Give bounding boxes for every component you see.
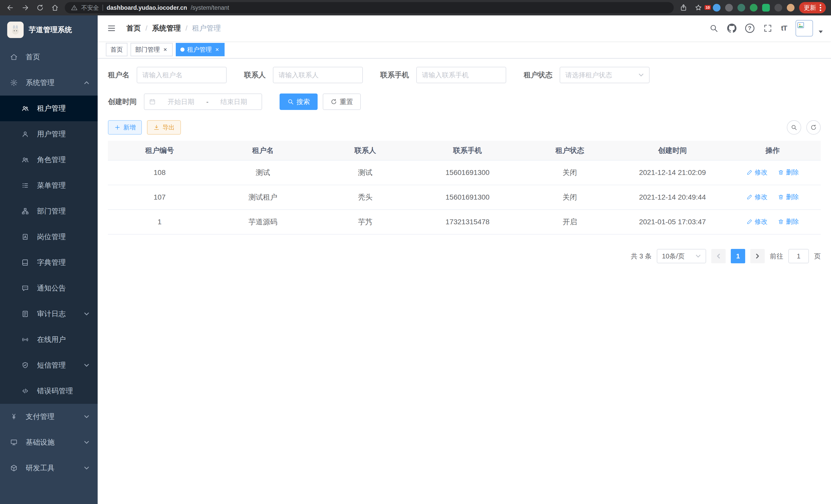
dictionary-icon (20, 259, 31, 266)
edit-button[interactable]: 修改 (746, 192, 768, 201)
app-title: 芋道管理系统 (29, 25, 72, 35)
phone-input[interactable] (416, 67, 506, 83)
menu-list-icon (20, 182, 31, 189)
add-button[interactable]: 新增 (108, 120, 142, 135)
forward-icon[interactable] (20, 3, 30, 13)
active-dot (180, 48, 184, 52)
sidebar-item-dictionary[interactable]: 字典管理 (0, 250, 98, 275)
phone-field[interactable] (422, 71, 500, 79)
app-root: 芋道管理系统 首页 系统管理 租户管理 (0, 16, 831, 504)
tag-departments[interactable]: 部门管理 × (131, 43, 173, 56)
col-header-status: 租户状态 (519, 141, 621, 160)
sidebar-item-online-users[interactable]: 在线用户 (0, 327, 98, 352)
search-button[interactable]: 搜索 (280, 93, 318, 110)
address-bar[interactable]: 不安全 dashboard.yudao.iocoder.cn/system/te… (65, 2, 674, 13)
profile-avatar-icon[interactable] (787, 4, 795, 11)
contact-field[interactable] (279, 71, 357, 79)
delete-button[interactable]: 删除 (778, 217, 799, 226)
export-button[interactable]: 导出 (147, 120, 181, 135)
col-header-contact: 联系人 (315, 141, 416, 160)
extension-icon-green-square[interactable] (762, 4, 770, 11)
edit-button[interactable]: 修改 (746, 217, 768, 226)
sidebar-item-system[interactable]: 系统管理 (0, 70, 98, 95)
sidebar-item-label: 错误码管理 (37, 386, 73, 396)
security-label[interactable]: 不安全 (81, 4, 99, 12)
update-button[interactable]: 更新 (799, 2, 826, 13)
font-size-icon[interactable]: tT (781, 24, 787, 32)
browser-menu-dots-icon[interactable] (820, 4, 821, 11)
help-icon[interactable]: ? (745, 24, 754, 33)
tenant-name-input[interactable] (137, 67, 227, 83)
reset-button[interactable]: 重置 (323, 93, 361, 110)
breadcrumb-system[interactable]: 系统管理 (152, 23, 181, 33)
tag-home[interactable]: 首页 (106, 43, 127, 56)
date-separator: - (206, 98, 209, 106)
refresh-icon[interactable] (806, 120, 821, 135)
sidebar-item-infrastructure[interactable]: 基础设施 (0, 429, 98, 455)
sidebar-item-home[interactable]: 首页 (0, 44, 98, 70)
avatar[interactable] (796, 20, 813, 36)
home-nav-icon[interactable] (50, 3, 60, 13)
sidebar-item-posts[interactable]: 岗位管理 (0, 224, 98, 250)
sidebar-item-menus[interactable]: 菜单管理 (0, 173, 98, 198)
extension-icon-darkgreen[interactable] (738, 4, 745, 11)
breadcrumb-home[interactable]: 首页 (126, 23, 141, 33)
contact-input[interactable] (273, 67, 363, 83)
address-divider (103, 5, 103, 11)
next-page-button[interactable] (750, 249, 765, 263)
github-icon[interactable] (727, 24, 737, 33)
extension-icon-green-circle[interactable] (750, 4, 757, 11)
collapse-sidebar-icon[interactable] (106, 23, 117, 34)
sidebar-item-payment[interactable]: 支付管理 (0, 404, 98, 429)
toggle-search-icon[interactable] (787, 120, 801, 135)
fullscreen-icon[interactable] (763, 24, 772, 33)
sidebar: 芋道管理系统 首页 系统管理 租户管理 (0, 16, 98, 504)
share-icon[interactable] (678, 3, 689, 13)
sidebar-item-departments[interactable]: 部门管理 (0, 198, 98, 224)
status-select[interactable]: 请选择租户状态 (560, 67, 650, 83)
sidebar-item-notices[interactable]: 通知公告 (0, 275, 98, 301)
system-submenu: 租户管理 用户管理 角色管理 菜单管理 (0, 95, 98, 404)
sidebar-item-tenant[interactable]: 租户管理 (0, 95, 98, 121)
tag-label: 首页 (111, 46, 123, 54)
page-size-select[interactable]: 10条/页 (657, 249, 706, 263)
search-icon[interactable] (709, 24, 718, 33)
sidebar-item-dev-tools[interactable]: 研发工具 (0, 455, 98, 481)
sidebar-item-audit-log[interactable]: 审计日志 (0, 301, 98, 327)
edit-button[interactable]: 修改 (746, 168, 768, 176)
chevron-down-icon (638, 72, 644, 78)
sidebar-item-roles[interactable]: 角色管理 (0, 147, 98, 173)
tenant-name-field[interactable] (142, 71, 221, 79)
back-icon[interactable] (5, 3, 16, 13)
app-logo-row[interactable]: 芋道管理系统 (0, 16, 98, 44)
bookmark-star-icon[interactable] (693, 3, 704, 13)
status-placeholder: 请选择租户状态 (565, 71, 612, 80)
extensions-puzzle-icon[interactable] (774, 4, 782, 11)
chevron-up-icon (84, 80, 89, 86)
status-label: 租户状态 (524, 70, 552, 80)
sidebar-item-error-codes[interactable]: 错误码管理 (0, 378, 98, 404)
goto-page-input[interactable] (789, 249, 809, 263)
delete-label: 删除 (786, 217, 799, 226)
delete-button[interactable]: 删除 (778, 168, 799, 176)
date-range-picker[interactable]: 开始日期 - 结束日期 (144, 93, 262, 110)
reload-icon[interactable] (35, 3, 45, 13)
extension-icon-blue[interactable] (713, 4, 720, 11)
page-number-current[interactable]: 1 (731, 249, 745, 263)
update-label: 更新 (804, 4, 816, 12)
tenant-users-icon (20, 105, 31, 112)
home-icon (8, 53, 20, 61)
close-icon[interactable]: × (163, 46, 168, 53)
delete-button[interactable]: 删除 (778, 192, 799, 201)
prev-page-button[interactable] (711, 249, 726, 263)
chevron-down-icon (695, 253, 701, 259)
close-icon[interactable]: × (214, 46, 220, 53)
extension-icon-gray[interactable] (725, 4, 733, 11)
sidebar-item-label: 部门管理 (37, 206, 66, 216)
sidebar-item-label: 审计日志 (37, 309, 66, 319)
sidebar-item-label: 岗位管理 (37, 232, 66, 242)
sidebar-item-sms[interactable]: 短信管理 (0, 352, 98, 378)
tag-tenant-active[interactable]: 租户管理 × (176, 43, 225, 56)
avatar-caret-down-icon[interactable] (819, 31, 823, 33)
sidebar-item-users[interactable]: 用户管理 (0, 121, 98, 147)
